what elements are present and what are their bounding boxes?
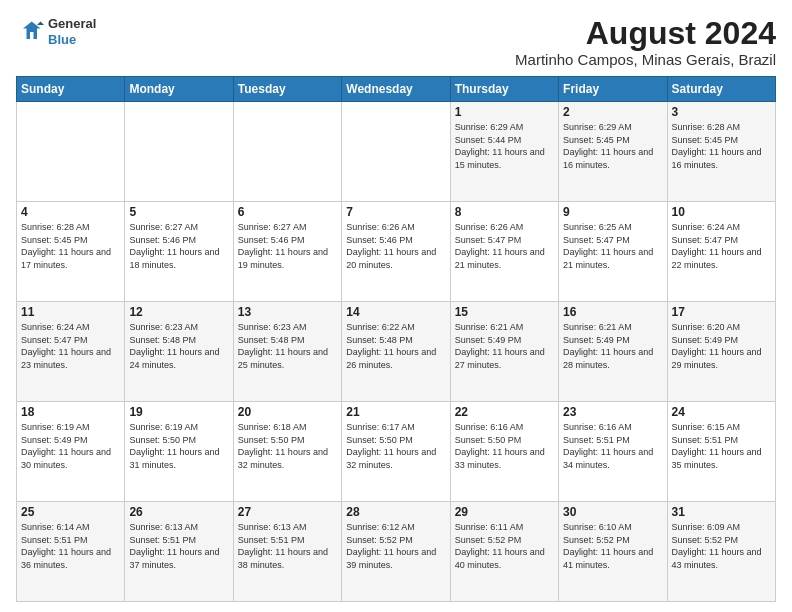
calendar-cell: 2Sunrise: 6:29 AM Sunset: 5:45 PM Daylig… [559,102,667,202]
day-number: 13 [238,305,337,319]
day-info: Sunrise: 6:12 AM Sunset: 5:52 PM Dayligh… [346,521,445,571]
day-number: 7 [346,205,445,219]
calendar-cell: 24Sunrise: 6:15 AM Sunset: 5:51 PM Dayli… [667,402,775,502]
calendar-cell: 28Sunrise: 6:12 AM Sunset: 5:52 PM Dayli… [342,502,450,602]
day-number: 8 [455,205,554,219]
logo-text: General Blue [48,16,96,47]
day-info: Sunrise: 6:13 AM Sunset: 5:51 PM Dayligh… [129,521,228,571]
day-number: 12 [129,305,228,319]
col-saturday: Saturday [667,77,775,102]
day-info: Sunrise: 6:29 AM Sunset: 5:44 PM Dayligh… [455,121,554,171]
day-info: Sunrise: 6:28 AM Sunset: 5:45 PM Dayligh… [21,221,120,271]
calendar-cell: 27Sunrise: 6:13 AM Sunset: 5:51 PM Dayli… [233,502,341,602]
calendar-cell: 25Sunrise: 6:14 AM Sunset: 5:51 PM Dayli… [17,502,125,602]
calendar-cell: 6Sunrise: 6:27 AM Sunset: 5:46 PM Daylig… [233,202,341,302]
day-info: Sunrise: 6:29 AM Sunset: 5:45 PM Dayligh… [563,121,662,171]
calendar-cell: 10Sunrise: 6:24 AM Sunset: 5:47 PM Dayli… [667,202,775,302]
page: General Blue August 2024 Martinho Campos… [0,0,792,612]
calendar-cell: 26Sunrise: 6:13 AM Sunset: 5:51 PM Dayli… [125,502,233,602]
calendar-cell: 17Sunrise: 6:20 AM Sunset: 5:49 PM Dayli… [667,302,775,402]
day-info: Sunrise: 6:21 AM Sunset: 5:49 PM Dayligh… [563,321,662,371]
day-info: Sunrise: 6:20 AM Sunset: 5:49 PM Dayligh… [672,321,771,371]
col-tuesday: Tuesday [233,77,341,102]
day-info: Sunrise: 6:18 AM Sunset: 5:50 PM Dayligh… [238,421,337,471]
calendar-cell: 12Sunrise: 6:23 AM Sunset: 5:48 PM Dayli… [125,302,233,402]
day-number: 4 [21,205,120,219]
calendar-cell: 23Sunrise: 6:16 AM Sunset: 5:51 PM Dayli… [559,402,667,502]
day-number: 1 [455,105,554,119]
day-number: 11 [21,305,120,319]
day-number: 26 [129,505,228,519]
calendar-week-2: 4Sunrise: 6:28 AM Sunset: 5:45 PM Daylig… [17,202,776,302]
day-number: 28 [346,505,445,519]
day-number: 10 [672,205,771,219]
calendar-cell: 16Sunrise: 6:21 AM Sunset: 5:49 PM Dayli… [559,302,667,402]
calendar-cell: 19Sunrise: 6:19 AM Sunset: 5:50 PM Dayli… [125,402,233,502]
calendar-cell: 21Sunrise: 6:17 AM Sunset: 5:50 PM Dayli… [342,402,450,502]
day-number: 27 [238,505,337,519]
col-wednesday: Wednesday [342,77,450,102]
calendar-week-4: 18Sunrise: 6:19 AM Sunset: 5:49 PM Dayli… [17,402,776,502]
day-info: Sunrise: 6:24 AM Sunset: 5:47 PM Dayligh… [672,221,771,271]
title-block: August 2024 Martinho Campos, Minas Gerai… [515,16,776,68]
calendar-week-3: 11Sunrise: 6:24 AM Sunset: 5:47 PM Dayli… [17,302,776,402]
day-info: Sunrise: 6:25 AM Sunset: 5:47 PM Dayligh… [563,221,662,271]
calendar-table: Sunday Monday Tuesday Wednesday Thursday… [16,76,776,602]
calendar-cell [17,102,125,202]
day-info: Sunrise: 6:26 AM Sunset: 5:47 PM Dayligh… [455,221,554,271]
calendar-title: August 2024 [515,16,776,51]
calendar-week-1: 1Sunrise: 6:29 AM Sunset: 5:44 PM Daylig… [17,102,776,202]
day-info: Sunrise: 6:10 AM Sunset: 5:52 PM Dayligh… [563,521,662,571]
day-info: Sunrise: 6:26 AM Sunset: 5:46 PM Dayligh… [346,221,445,271]
day-info: Sunrise: 6:17 AM Sunset: 5:50 PM Dayligh… [346,421,445,471]
day-info: Sunrise: 6:11 AM Sunset: 5:52 PM Dayligh… [455,521,554,571]
calendar-cell: 14Sunrise: 6:22 AM Sunset: 5:48 PM Dayli… [342,302,450,402]
day-number: 29 [455,505,554,519]
col-sunday: Sunday [17,77,125,102]
logo-icon [16,18,44,46]
day-number: 9 [563,205,662,219]
calendar-cell: 31Sunrise: 6:09 AM Sunset: 5:52 PM Dayli… [667,502,775,602]
calendar-cell: 15Sunrise: 6:21 AM Sunset: 5:49 PM Dayli… [450,302,558,402]
calendar-cell: 20Sunrise: 6:18 AM Sunset: 5:50 PM Dayli… [233,402,341,502]
day-info: Sunrise: 6:21 AM Sunset: 5:49 PM Dayligh… [455,321,554,371]
calendar-cell [233,102,341,202]
calendar-cell: 4Sunrise: 6:28 AM Sunset: 5:45 PM Daylig… [17,202,125,302]
day-info: Sunrise: 6:27 AM Sunset: 5:46 PM Dayligh… [129,221,228,271]
calendar-subtitle: Martinho Campos, Minas Gerais, Brazil [515,51,776,68]
day-info: Sunrise: 6:15 AM Sunset: 5:51 PM Dayligh… [672,421,771,471]
day-number: 2 [563,105,662,119]
day-info: Sunrise: 6:16 AM Sunset: 5:50 PM Dayligh… [455,421,554,471]
header-row: Sunday Monday Tuesday Wednesday Thursday… [17,77,776,102]
day-info: Sunrise: 6:23 AM Sunset: 5:48 PM Dayligh… [238,321,337,371]
day-info: Sunrise: 6:24 AM Sunset: 5:47 PM Dayligh… [21,321,120,371]
day-number: 5 [129,205,228,219]
calendar-cell: 29Sunrise: 6:11 AM Sunset: 5:52 PM Dayli… [450,502,558,602]
day-info: Sunrise: 6:13 AM Sunset: 5:51 PM Dayligh… [238,521,337,571]
calendar-cell: 18Sunrise: 6:19 AM Sunset: 5:49 PM Dayli… [17,402,125,502]
day-number: 31 [672,505,771,519]
calendar-cell: 9Sunrise: 6:25 AM Sunset: 5:47 PM Daylig… [559,202,667,302]
day-number: 30 [563,505,662,519]
calendar-cell: 7Sunrise: 6:26 AM Sunset: 5:46 PM Daylig… [342,202,450,302]
logo-line2: Blue [48,32,96,48]
day-number: 22 [455,405,554,419]
day-number: 21 [346,405,445,419]
calendar-cell: 22Sunrise: 6:16 AM Sunset: 5:50 PM Dayli… [450,402,558,502]
day-info: Sunrise: 6:19 AM Sunset: 5:49 PM Dayligh… [21,421,120,471]
day-number: 23 [563,405,662,419]
calendar-cell: 1Sunrise: 6:29 AM Sunset: 5:44 PM Daylig… [450,102,558,202]
day-number: 24 [672,405,771,419]
calendar-cell [342,102,450,202]
calendar-cell: 11Sunrise: 6:24 AM Sunset: 5:47 PM Dayli… [17,302,125,402]
day-info: Sunrise: 6:14 AM Sunset: 5:51 PM Dayligh… [21,521,120,571]
day-number: 14 [346,305,445,319]
day-info: Sunrise: 6:09 AM Sunset: 5:52 PM Dayligh… [672,521,771,571]
logo-line1: General [48,16,96,32]
col-friday: Friday [559,77,667,102]
day-info: Sunrise: 6:22 AM Sunset: 5:48 PM Dayligh… [346,321,445,371]
calendar-cell: 8Sunrise: 6:26 AM Sunset: 5:47 PM Daylig… [450,202,558,302]
day-number: 15 [455,305,554,319]
day-number: 19 [129,405,228,419]
day-number: 18 [21,405,120,419]
